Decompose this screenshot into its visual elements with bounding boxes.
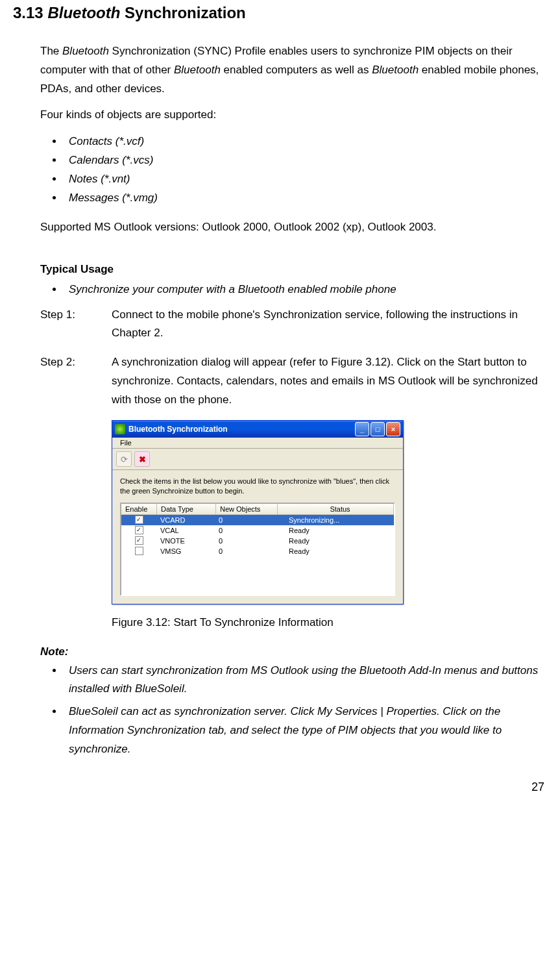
- maximize-button[interactable]: □: [371, 422, 385, 436]
- step-label: Step 2:: [40, 353, 112, 410]
- notes-list: Users can start synchronization from MS …: [40, 662, 547, 759]
- col-status[interactable]: Status: [278, 504, 394, 514]
- cell-newobjects: 0: [215, 527, 276, 534]
- sync-list: Enable Data Type New Objects Status ✓VCA…: [120, 503, 395, 596]
- heading-italic: Bluetooth: [47, 4, 120, 21]
- intro-paragraph: The Bluetooth Synchronization (SYNC) Pro…: [40, 42, 547, 99]
- objects-list: Contacts (*.vcf) Calendars (*.vcs) Notes…: [40, 132, 547, 208]
- list-item: Synchronize your computer with a Bluetoo…: [64, 280, 547, 299]
- text: enabled computers as well as: [221, 64, 372, 76]
- table-row[interactable]: ✓VCAL0Ready: [121, 525, 394, 536]
- titlebar[interactable]: Bluetooth Synchronization _ □ ×: [112, 421, 403, 438]
- list-item: BlueSoleil can act as synchronization se…: [64, 703, 547, 759]
- text-italic: Bluetooth: [62, 45, 109, 57]
- cell-newobjects: 0: [215, 516, 276, 524]
- checkbox-icon[interactable]: ✓: [135, 516, 143, 524]
- figure-dialog: Bluetooth Synchronization _ □ × File ⟳ ✖…: [112, 420, 547, 604]
- section-heading: 3.13 Bluetooth Synchronization: [13, 0, 547, 27]
- list-item: Contacts (*.vcf): [64, 132, 547, 151]
- cell-datatype: VNOTE: [156, 537, 215, 545]
- text-italic: Bluetooth: [174, 64, 221, 76]
- step-2: Step 2: A synchronization dialog will ap…: [40, 353, 547, 410]
- figure-caption: Figure 3.12: Start To Synchronize Inform…: [112, 614, 547, 632]
- heading-number: 3.13: [13, 4, 43, 21]
- list-item: Calendars (*.vcs): [64, 151, 547, 170]
- cell-status: Ready: [276, 527, 394, 534]
- col-datatype[interactable]: Data Type: [157, 504, 216, 514]
- file-menu[interactable]: File: [116, 438, 136, 448]
- text-italic: Bluetooth: [372, 64, 419, 76]
- checkbox-icon[interactable]: ✓: [135, 536, 143, 545]
- note-heading: Note:: [40, 643, 547, 662]
- cell-datatype: VCAL: [156, 527, 215, 534]
- bluetooth-sync-window: Bluetooth Synchronization _ □ × File ⟳ ✖…: [112, 420, 404, 604]
- cell-status: Ready: [276, 537, 394, 545]
- usage-list: Synchronize your computer with a Bluetoo…: [40, 280, 547, 299]
- cell-datatype: VCARD: [156, 516, 215, 524]
- stop-button[interactable]: ✖: [134, 451, 150, 467]
- step-1: Step 1: Connect to the mobile phone's Sy…: [40, 306, 547, 343]
- heading-rest: Synchronization: [120, 4, 245, 21]
- text: The: [40, 45, 62, 57]
- app-icon: [115, 424, 125, 434]
- instruction-text: Check the items in the list below you wo…: [120, 477, 395, 496]
- col-newobjects[interactable]: New Objects: [216, 504, 278, 514]
- cell-status: Synchronizing...: [276, 516, 394, 524]
- table-row[interactable]: ✓VCARD0Synchronizing...: [121, 515, 394, 525]
- list-item: Messages (*.vmg): [64, 189, 547, 208]
- menubar: File: [112, 438, 403, 449]
- table-row[interactable]: ✓VNOTE0Ready: [121, 536, 394, 546]
- cell-status: Ready: [276, 547, 394, 555]
- checkbox-icon[interactable]: [135, 547, 143, 555]
- col-enable[interactable]: Enable: [121, 504, 157, 514]
- window-title: Bluetooth Synchronization: [128, 425, 355, 434]
- objects-intro: Four kinds of objects are supported:: [40, 106, 547, 125]
- close-button[interactable]: ×: [386, 422, 400, 436]
- table-row[interactable]: VMSG0Ready: [121, 546, 394, 556]
- step-label: Step 1:: [40, 306, 112, 343]
- list-item: Notes (*.vnt): [64, 170, 547, 189]
- step-body: A synchronization dialog will appear (re…: [112, 353, 547, 410]
- step-body: Connect to the mobile phone's Synchroniz…: [112, 306, 547, 343]
- page-number: 27: [13, 777, 544, 797]
- versions-paragraph: Supported MS Outlook versions: Outlook 2…: [40, 218, 547, 237]
- typical-usage-heading: Typical Usage: [40, 260, 547, 279]
- toolbar: ⟳ ✖: [112, 449, 403, 470]
- checkbox-icon[interactable]: ✓: [135, 526, 143, 534]
- cell-newobjects: 0: [215, 547, 276, 555]
- list-header[interactable]: Enable Data Type New Objects Status: [121, 504, 394, 515]
- list-item: Users can start synchronization from MS …: [64, 662, 547, 699]
- cell-newobjects: 0: [215, 537, 276, 545]
- cell-datatype: VMSG: [156, 547, 215, 555]
- sync-button[interactable]: ⟳: [116, 451, 132, 467]
- minimize-button[interactable]: _: [355, 422, 369, 436]
